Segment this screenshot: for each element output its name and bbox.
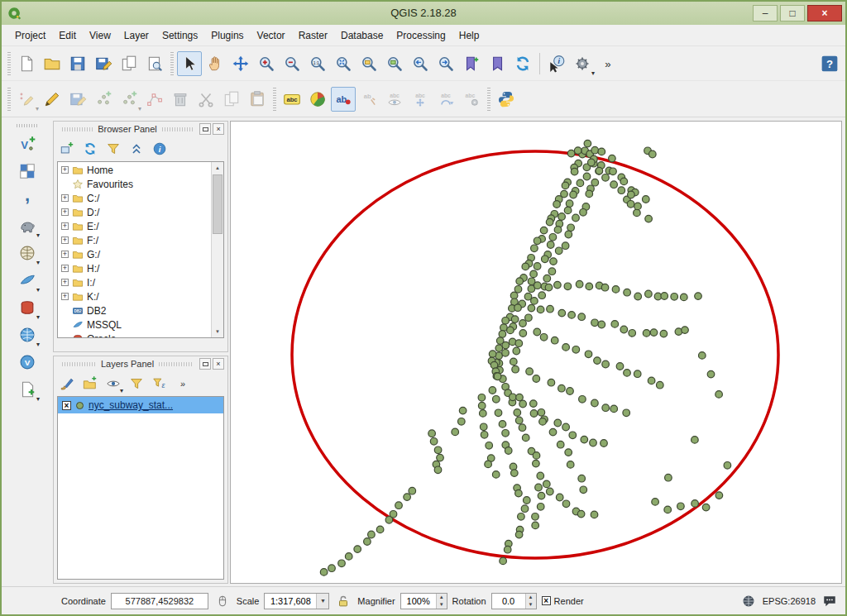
messages-button[interactable] — [821, 592, 839, 610]
scale-lock-button[interactable] — [334, 592, 352, 610]
map-canvas[interactable] — [230, 121, 842, 584]
dropdown-arrow-icon[interactable]: ▾ — [36, 106, 39, 112]
browser-tree-item-db2[interactable]: DB2DB2 — [58, 303, 211, 318]
layers-toolbar-extension-button[interactable]: » — [173, 374, 193, 394]
expander-icon[interactable]: + — [61, 279, 69, 286]
pan-to-selection-button[interactable] — [228, 51, 253, 76]
manage-layer-visibility-button[interactable]: ▾ — [103, 374, 123, 394]
close-button[interactable]: × — [807, 5, 842, 21]
menu-item-processing[interactable]: Processing — [390, 26, 452, 45]
open-project-button[interactable] — [40, 51, 65, 76]
toolbar-drag-handle[interactable] — [273, 88, 276, 111]
zoom-to-selection-button[interactable] — [357, 51, 381, 76]
rotation-input[interactable] — [492, 594, 525, 609]
menu-item-help[interactable]: Help — [452, 26, 486, 45]
add-mssql-layer-button[interactable]: ▾ — [15, 268, 40, 293]
expander-icon[interactable]: + — [61, 236, 69, 244]
add-selected-layers-button[interactable] — [57, 139, 77, 159]
menu-item-project[interactable]: Project — [8, 26, 52, 45]
expander-icon[interactable]: + — [61, 166, 69, 174]
expander-icon[interactable]: + — [61, 293, 69, 300]
layer-diagram-options-button[interactable] — [305, 87, 330, 112]
expander-icon[interactable]: + — [61, 251, 69, 258]
menu-item-edit[interactable]: Edit — [52, 26, 83, 45]
browser-tree-item-favourites[interactable]: Favourites — [58, 177, 211, 191]
menu-item-raster[interactable]: Raster — [292, 26, 334, 45]
zoom-full-button[interactable] — [331, 51, 356, 76]
panel-close-button[interactable]: × — [213, 123, 224, 135]
panel-drag-handle[interactable] — [159, 362, 193, 366]
open-layer-styling-button[interactable] — [57, 374, 77, 394]
add-spatialite-layer-button[interactable]: ▾ — [15, 241, 40, 265]
scale-combo[interactable]: ▼ — [264, 593, 329, 609]
toolbar-drag-handle[interactable] — [487, 88, 490, 111]
magnifier-spin-up[interactable]: ▲ — [437, 594, 447, 601]
browser-tree-item-g[interactable]: +G:/ — [58, 247, 211, 261]
magnifier-spinbox[interactable]: ▲▼ — [400, 593, 447, 609]
layers-panel-titlebar[interactable]: Layers Panel × — [54, 356, 227, 371]
minimize-button[interactable]: – — [753, 5, 778, 21]
browser-tree-item-oracle[interactable]: Oracle — [58, 332, 211, 338]
zoom-out-button[interactable] — [280, 51, 304, 76]
zoom-in-button[interactable] — [254, 51, 279, 76]
expander-icon[interactable]: + — [61, 194, 69, 202]
add-group-button[interactable] — [80, 374, 100, 394]
add-raster-layer-button[interactable] — [15, 159, 40, 184]
browser-tree-item-i[interactable]: +I:/ — [58, 275, 211, 289]
dropdown-arrow-icon[interactable]: ▾ — [36, 314, 40, 321]
browser-tree-item-k[interactable]: +K:/ — [58, 289, 211, 303]
python-console-button[interactable] — [494, 87, 519, 112]
new-project-button[interactable] — [14, 51, 39, 76]
scale-input[interactable] — [265, 594, 316, 609]
magnifier-spin-down[interactable]: ▼ — [437, 601, 447, 609]
zoom-next-button[interactable] — [433, 51, 458, 76]
render-checkbox-box[interactable]: × — [542, 596, 551, 605]
identify-features-button[interactable]: i — [544, 51, 569, 76]
dropdown-arrow-icon[interactable]: ▾ — [138, 106, 141, 112]
browser-tree-item-d[interactable]: +D:/ — [58, 205, 211, 219]
save-project-as-button[interactable] — [91, 51, 116, 76]
scroll-thumb[interactable] — [213, 174, 223, 234]
toolbar-drag-handle[interactable] — [7, 88, 11, 111]
add-postgis-layers-button[interactable]: ▾ — [15, 213, 40, 238]
help-button[interactable]: ? — [817, 51, 842, 76]
menu-item-layer[interactable]: Layer — [117, 26, 156, 45]
new-print-composer-button[interactable] — [117, 51, 141, 76]
menu-item-vector[interactable]: Vector — [251, 26, 292, 45]
browser-properties-button[interactable]: i — [150, 139, 170, 159]
toggle-editing-button[interactable] — [40, 87, 65, 112]
new-layer-button[interactable]: ▾ — [15, 377, 40, 402]
panel-float-button[interactable] — [199, 358, 211, 370]
composer-manager-button[interactable] — [142, 51, 167, 76]
browser-tree-item-f[interactable]: +F:/ — [58, 233, 211, 247]
refresh-browser-button[interactable] — [80, 139, 100, 159]
highlight-pinned-labels-button[interactable]: ab — [331, 87, 356, 112]
add-wms-layer-button[interactable]: ▾ — [15, 322, 40, 347]
menu-item-view[interactable]: View — [83, 26, 117, 45]
panel-drag-handle[interactable] — [62, 362, 96, 366]
menu-item-database[interactable]: Database — [334, 26, 390, 45]
coordinate-input[interactable] — [111, 593, 208, 609]
collapse-all-button[interactable] — [127, 139, 146, 159]
toolbar-drag-handle[interactable] — [170, 52, 174, 75]
titlebar[interactable]: QGIS 2.18.28 – □ × — [2, 2, 845, 25]
zoom-native-resolution-button[interactable]: 1:1 — [305, 51, 330, 76]
scale-dropdown-arrow-icon[interactable]: ▼ — [316, 594, 328, 609]
menu-item-plugins[interactable]: Plugins — [204, 26, 250, 45]
refresh-map-button[interactable] — [510, 51, 535, 76]
filter-by-expression-button[interactable]: ε — [150, 374, 170, 394]
run-feature-action-button[interactable]: ▾ — [570, 51, 595, 76]
menu-item-settings[interactable]: Settings — [156, 26, 204, 45]
browser-panel-titlebar[interactable]: Browser Panel × — [54, 122, 227, 136]
expander-icon[interactable]: + — [61, 208, 69, 216]
scroll-down-button[interactable]: ▼ — [212, 326, 223, 337]
browser-tree-item-mssql[interactable]: MSSQL — [58, 318, 211, 332]
dropdown-arrow-icon[interactable]: ▾ — [36, 232, 40, 239]
dropdown-arrow-icon[interactable]: ▾ — [36, 396, 40, 403]
mouse-position-toggle-button[interactable] — [213, 592, 232, 610]
map-pointer-tool-button[interactable] — [177, 51, 202, 76]
dropdown-arrow-icon[interactable]: ▾ — [36, 287, 40, 294]
pan-map-button[interactable] — [203, 51, 227, 76]
add-vector-layer-button[interactable]: V — [15, 131, 40, 156]
rotation-spin-down[interactable]: ▼ — [526, 601, 536, 609]
